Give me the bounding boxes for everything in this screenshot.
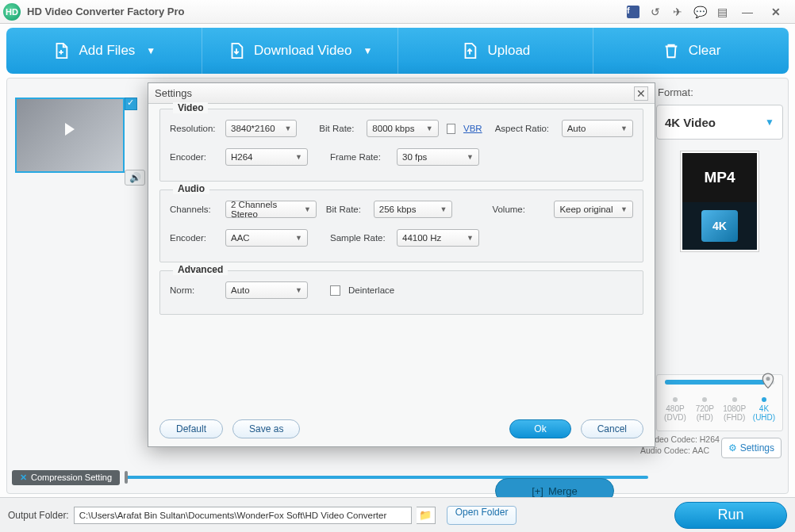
advanced-legend: Advanced: [173, 264, 228, 275]
sound-icon[interactable]: 🔊: [125, 170, 145, 186]
samplerate-label: Sample Rate:: [330, 233, 389, 243]
map-pin-icon[interactable]: [760, 372, 776, 388]
upload-button[interactable]: Upload: [398, 28, 594, 74]
framerate-label: Frame Rate:: [330, 152, 389, 162]
audio-encoder-select[interactable]: AAC▼: [225, 229, 308, 247]
close-button[interactable]: ✕: [762, 4, 789, 20]
samplerate-select[interactable]: 44100 Hz▼: [397, 229, 479, 247]
upload-label: Upload: [487, 43, 530, 59]
audio-fieldset: Audio Channels: 2 Channels Stereo▼ Bit R…: [159, 189, 643, 262]
format-value: 4K Video: [665, 116, 716, 129]
quality-option-4k[interactable]: 4K(UHD): [751, 397, 778, 422]
vbr-checkbox[interactable]: [447, 124, 455, 134]
output-folder-label: Output Folder:: [8, 510, 69, 521]
channels-label: Channels:: [170, 205, 217, 214]
resolution-select[interactable]: 3840*2160▼: [225, 120, 297, 137]
advanced-fieldset: Advanced Norm: Auto▼ Deinterlace: [159, 270, 643, 315]
bottom-bar: Output Folder: C:\Users\Arafat Bin Sulta…: [0, 497, 795, 532]
app-title: HD Video Converter Factory Pro: [27, 6, 184, 17]
main-toolbar: Add Files ▼ Download Video ▼ Upload Clea…: [6, 28, 789, 74]
default-button[interactable]: Default: [159, 419, 223, 438]
volume-select[interactable]: Keep original▼: [554, 201, 633, 218]
add-files-button[interactable]: Add Files ▼: [6, 28, 202, 74]
title-bar: HD HD Video Converter Factory Pro f ↺ ✈ …: [0, 0, 795, 24]
upload-icon: [460, 41, 479, 60]
trash-icon: [662, 41, 681, 60]
chevron-down-icon: ▼: [363, 45, 372, 56]
quality-option-480p[interactable]: 480P(DVD): [662, 397, 689, 422]
checkbox-icon[interactable]: [125, 98, 137, 110]
format-select[interactable]: 4K Video ▼: [656, 105, 783, 140]
dialog-titlebar: Settings ✕: [148, 83, 655, 104]
clear-label: Clear: [689, 43, 721, 59]
video-bitrate-select[interactable]: 8000 kbps▼: [367, 120, 438, 137]
dialog-buttons: Default Save as Ok Cancel: [148, 419, 655, 438]
browse-folder-icon[interactable]: 📁: [417, 507, 436, 524]
deinterlace-checkbox[interactable]: [330, 285, 340, 296]
audio-legend: Audio: [173, 183, 209, 194]
framerate-select[interactable]: 30 fps▼: [397, 148, 479, 166]
minimize-button[interactable]: —: [734, 4, 761, 20]
quality-slider[interactable]: 480P(DVD) 720P(HD) 1080P(FHD) 4K(UHD): [656, 374, 783, 431]
resolution-label: Resolution:: [170, 124, 217, 133]
settings-button-label: Settings: [740, 442, 774, 454]
open-folder-button[interactable]: Open Folder: [447, 506, 517, 525]
cancel-button[interactable]: Cancel: [581, 419, 643, 438]
aspect-ratio-label: Aspect Ratio:: [495, 124, 554, 133]
format-mp4-label: MP4: [682, 153, 757, 202]
ok-button[interactable]: Ok: [509, 419, 570, 438]
merge-icon: [+]: [532, 485, 543, 497]
volume-label: Volume:: [492, 205, 532, 214]
dialog-close-button[interactable]: ✕: [634, 86, 648, 101]
chevron-down-icon: ▼: [765, 117, 774, 128]
compression-label[interactable]: ✕Compression Setting: [12, 470, 120, 485]
download-icon: [227, 41, 246, 60]
bitrate-label: Bit Rate:: [319, 124, 359, 133]
run-button[interactable]: Run: [674, 502, 787, 529]
video-fieldset: Video Resolution: 3840*2160▼ Bit Rate: 8…: [159, 109, 643, 182]
aspect-ratio-select[interactable]: Auto▼: [562, 120, 633, 137]
video-thumbnail[interactable]: [15, 98, 125, 173]
video-encoder-label: Encoder:: [170, 152, 217, 162]
settings-button[interactable]: ⚙ Settings: [721, 438, 782, 458]
facebook-icon[interactable]: f: [623, 4, 643, 20]
audio-bitrate-label: Bit Rate:: [326, 205, 366, 214]
chevron-down-icon: ▼: [146, 45, 156, 56]
dialog-title: Settings: [155, 87, 192, 99]
download-video-button[interactable]: Download Video ▼: [202, 28, 398, 74]
audio-bitrate-select[interactable]: 256 kbps▼: [374, 201, 453, 218]
quality-option-1080p[interactable]: 1080P(FHD): [721, 397, 748, 422]
chat-icon[interactable]: 💬: [689, 4, 710, 20]
slider-knob[interactable]: [125, 471, 128, 484]
settings-dialog: Settings ✕ Video Resolution: 3840*2160▼ …: [148, 82, 655, 447]
format-preview: MP4 4K: [680, 151, 759, 252]
format-label: Format:: [658, 86, 783, 98]
list-icon[interactable]: ▤: [712, 4, 732, 20]
format-4k-badge: 4K: [701, 210, 738, 242]
play-icon: [65, 123, 75, 136]
pin-icon[interactable]: ✈: [667, 4, 688, 20]
clear-button[interactable]: Clear: [593, 28, 789, 74]
vbr-link[interactable]: VBR: [463, 124, 482, 133]
deinterlace-label: Deinterlace: [348, 285, 394, 295]
save-as-button[interactable]: Save as: [232, 419, 300, 438]
channels-select[interactable]: 2 Channels Stereo▼: [225, 201, 317, 218]
quality-option-720p[interactable]: 720P(HD): [691, 397, 718, 422]
download-video-label: Download Video: [254, 43, 352, 59]
norm-label: Norm:: [170, 285, 217, 295]
add-files-label: Add Files: [79, 43, 135, 59]
video-encoder-select[interactable]: H264▼: [225, 148, 308, 166]
norm-select[interactable]: Auto▼: [225, 281, 308, 299]
video-legend: Video: [173, 102, 208, 113]
app-logo-icon: HD: [3, 3, 21, 21]
add-file-icon: [52, 41, 71, 60]
undo-icon[interactable]: ↺: [645, 4, 666, 20]
output-path-input[interactable]: C:\Users\Arafat Bin Sultan\Documents\Won…: [74, 507, 412, 524]
audio-encoder-label: Encoder:: [170, 233, 217, 243]
svg-point-0: [766, 377, 770, 381]
gear-icon: ⚙: [728, 442, 737, 454]
